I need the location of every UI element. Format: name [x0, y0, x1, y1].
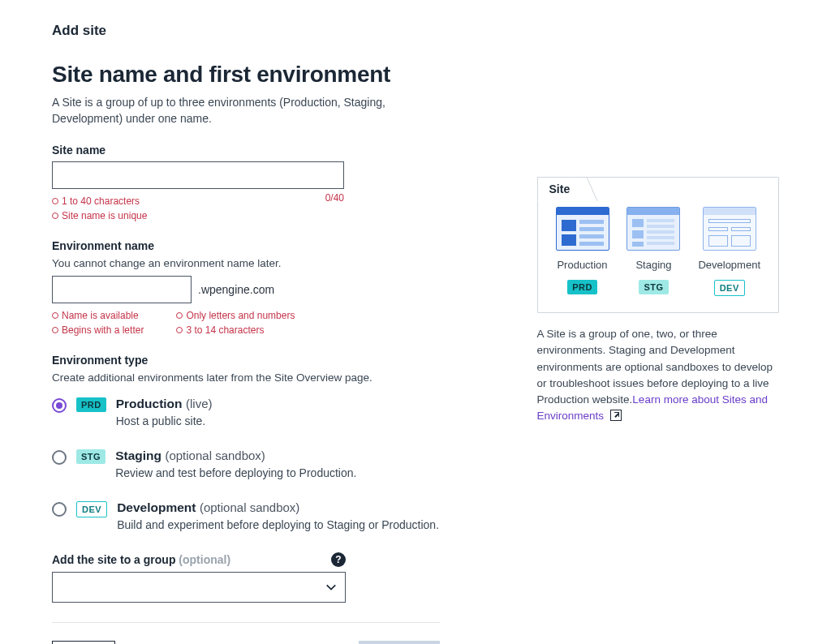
thumb-preview-prd: [556, 207, 609, 251]
env-type-helper: Create additional environments later fro…: [52, 371, 440, 384]
help-icon[interactable]: ?: [331, 552, 346, 567]
env-name-rule: Only letters and numbers: [176, 308, 295, 323]
site-name-input[interactable]: [52, 161, 344, 189]
page-title: Site name and first environment: [52, 62, 440, 88]
thumb-staging: Staging STG: [626, 207, 680, 296]
env-name-helper: You cannot change an environment name la…: [52, 257, 440, 269]
site-name-rule: 1 to 40 characters: [52, 194, 147, 208]
badge-stg: STG: [76, 449, 105, 464]
thumb-preview-stg: [626, 207, 680, 251]
badge-dev: DEV: [76, 501, 107, 517]
group-label: Add the site to a group: [52, 553, 175, 566]
thumb-preview-dev: [703, 207, 756, 251]
env-option-desc: Review and test before deploying to Prod…: [115, 466, 439, 479]
site-tab-label: Site: [537, 177, 586, 201]
external-link-icon: [610, 410, 622, 421]
breadcrumb: Add site: [52, 23, 440, 39]
illustration-note: A Site is a group of one, two, or three …: [537, 326, 779, 425]
thumb-production: Production PRD: [556, 207, 609, 296]
env-option-desc: Build and experiment before deploying to…: [117, 518, 439, 531]
thumb-badge-stg: STG: [639, 280, 668, 294]
env-name-rule: Name is available: [52, 308, 144, 323]
thumb-badge-dev: DEV: [714, 280, 745, 296]
env-option-development[interactable]: DEV Development (optional sandbox) Build…: [52, 500, 440, 531]
radio-production[interactable]: [52, 398, 67, 413]
badge-prd: PRD: [76, 397, 106, 412]
env-option-name: Production: [116, 397, 183, 410]
site-name-counter: 0/40: [325, 192, 344, 223]
site-name-rules: 1 to 40 characters Site name is unique: [52, 194, 147, 223]
thumb-label: Production: [557, 259, 607, 271]
env-name-rules-left: Name is available Begins with a letter: [52, 308, 144, 337]
thumb-badge-prd: PRD: [567, 280, 597, 294]
add-site-button[interactable]: Add site: [359, 641, 439, 644]
separator: [52, 622, 440, 623]
env-option-qualifier: (live): [186, 397, 213, 410]
env-option-name: Development: [117, 500, 196, 514]
env-option-staging[interactable]: STG Staging (optional sandbox) Review an…: [52, 449, 440, 479]
intro-text: A Site is a group of up to three environ…: [52, 94, 440, 127]
env-name-label: Environment name: [52, 239, 440, 252]
env-name-rules-right: Only letters and numbers 3 to 14 charact…: [176, 308, 295, 337]
env-name-suffix: .wpengine.com: [198, 283, 274, 296]
env-type-label: Environment type: [52, 354, 440, 367]
chevron-down-icon: [325, 582, 337, 593]
thumb-development: Development DEV: [698, 207, 760, 296]
env-name-rule: 3 to 14 characters: [176, 323, 295, 337]
site-name-label: Site name: [52, 144, 440, 157]
group-optional: (optional): [179, 553, 230, 566]
site-illustration: Site Production PRD Staging ST: [537, 177, 779, 313]
env-name-rule: Begins with a letter: [52, 323, 144, 337]
env-option-production[interactable]: PRD Production (live) Host a public site…: [52, 397, 440, 427]
group-select[interactable]: [52, 572, 346, 603]
back-button[interactable]: Back: [52, 641, 115, 644]
radio-development[interactable]: [52, 502, 67, 517]
thumb-label: Staging: [635, 259, 671, 271]
env-option-name: Staging: [115, 449, 161, 462]
thumb-label: Development: [698, 259, 760, 271]
env-option-qualifier: (optional sandbox): [165, 449, 265, 462]
site-name-rule: Site name is unique: [52, 208, 147, 223]
env-option-desc: Host a public site.: [116, 414, 440, 427]
radio-staging[interactable]: [52, 450, 67, 465]
env-option-qualifier: (optional sandbox): [200, 500, 299, 514]
env-name-input[interactable]: [52, 276, 192, 303]
